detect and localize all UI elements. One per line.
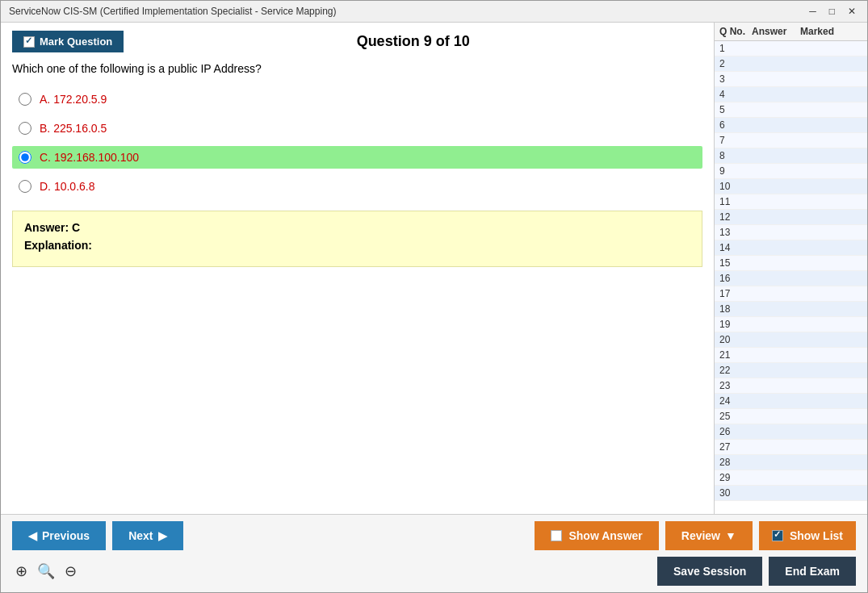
qlist-row[interactable]: 28 [715,455,867,470]
end-exam-button[interactable]: End Exam [769,557,856,586]
qlist-row[interactable]: 3 [715,72,867,87]
show-list-checkbox-icon [772,530,783,541]
show-answer-checkbox-icon [551,530,562,541]
qlist-marked [800,426,849,437]
qlist-qno: 28 [719,457,752,468]
qlist-row[interactable]: 25 [715,409,867,424]
zoom-out-button[interactable]: ⊖ [61,561,80,582]
qlist-qno: 14 [719,242,752,253]
qlist-row[interactable]: 4 [715,87,867,102]
qlist-marked [800,288,849,299]
qlist-row[interactable]: 8 [715,148,867,164]
options-list: A. 172.20.5.9 B. 225.16.0.5 C. 192.168.1… [12,88,702,198]
maximize-button[interactable]: □ [826,6,838,17]
qlist-qno: 27 [719,441,752,453]
qlist-row[interactable]: 15 [715,256,867,271]
qlist-answer [752,319,800,330]
qlist-row[interactable]: 14 [715,240,867,256]
qlist-row[interactable]: 11 [715,194,867,210]
qlist-qno: 10 [719,181,752,192]
qlist-answer [752,426,800,437]
qlist-row[interactable]: 18 [715,302,867,317]
mark-question-button[interactable]: Mark Question [12,31,124,52]
qlist-row[interactable]: 16 [715,271,867,286]
qlist-answer [752,43,800,54]
zoom-reset-button[interactable]: 🔍 [34,561,58,582]
qlist-qno: 29 [719,472,752,483]
close-button[interactable]: ✕ [845,6,859,17]
qlist-row[interactable]: 9 [715,164,867,179]
qlist-row[interactable]: 2 [715,56,867,72]
qlist-row[interactable]: 13 [715,225,867,240]
option-b-radio[interactable] [19,122,31,135]
option-d-radio[interactable] [19,180,31,193]
qlist-col-qno: Q No. [719,26,752,37]
qlist-marked [800,58,849,69]
qlist-answer [752,334,800,345]
qlist-row[interactable]: 30 [715,486,867,501]
qlist-row[interactable]: 24 [715,394,867,409]
qlist-qno: 5 [719,104,752,115]
qlist-answer [752,395,800,407]
qlist-qno: 26 [719,426,752,437]
qlist-row[interactable]: 21 [715,348,867,363]
qlist-answer [752,457,800,468]
qlist-row[interactable]: 17 [715,286,867,302]
qlist-marked [800,89,849,100]
review-button[interactable]: Review ▼ [665,521,753,550]
qlist-answer [752,89,800,100]
qlist-row[interactable]: 12 [715,210,867,225]
save-session-button[interactable]: Save Session [657,557,762,586]
qlist-qno: 8 [719,150,752,161]
qlist-qno: 2 [719,58,752,69]
qlist-answer [752,303,800,315]
show-list-button[interactable]: Show List [759,521,856,550]
zoom-in-button[interactable]: ⊕ [12,561,31,582]
qlist-answer [752,104,800,115]
qlist-scroll[interactable]: 1 2 3 4 5 6 7 8 [715,41,867,514]
qlist-answer [752,150,800,161]
qlist-row[interactable]: 29 [715,470,867,486]
question-text: Which one of the following is a public I… [12,62,702,75]
qlist-row[interactable]: 6 [715,118,867,133]
show-list-label: Show List [790,529,843,542]
qlist-row[interactable]: 19 [715,317,867,332]
qlist-row[interactable]: 7 [715,133,867,148]
next-button[interactable]: Next ▶ [112,521,182,550]
qlist-answer [752,227,800,238]
qlist-row[interactable]: 20 [715,332,867,348]
previous-button[interactable]: ◀ Previous [12,521,106,550]
qlist-qno: 15 [719,257,752,269]
qlist-qno: 6 [719,119,752,131]
qlist-row[interactable]: 26 [715,424,867,440]
show-answer-button[interactable]: Show Answer [535,521,658,550]
qlist-answer [752,135,800,146]
qlist-header: Q No. Answer Marked [715,23,867,41]
question-list-panel: Q No. Answer Marked 1 2 3 4 5 6 [714,23,867,514]
qlist-row[interactable]: 1 [715,41,867,56]
qlist-answer [752,119,800,131]
option-b-row: B. 225.16.0.5 [12,117,702,140]
window-controls: ─ □ ✕ [806,6,859,17]
qlist-marked [800,242,849,253]
qlist-qno: 18 [719,303,752,315]
qlist-qno: 3 [719,73,752,85]
previous-label: Previous [42,529,90,542]
next-label: Next [128,529,153,542]
option-a-row: A. 172.20.5.9 [12,88,702,111]
main-content: Mark Question Question 9 of 10 Which one… [1,23,867,514]
qlist-marked [800,211,849,223]
qlist-row[interactable]: 23 [715,378,867,394]
answer-text: Answer: C [24,221,690,234]
qlist-row[interactable]: 10 [715,179,867,194]
qlist-marked [800,319,849,330]
option-c-radio[interactable] [19,151,31,164]
qlist-marked [800,73,849,85]
qlist-row[interactable]: 27 [715,440,867,455]
qlist-marked [800,104,849,115]
qlist-qno: 19 [719,319,752,330]
qlist-row[interactable]: 22 [715,363,867,378]
option-a-radio[interactable] [19,93,31,106]
qlist-row[interactable]: 5 [715,102,867,118]
minimize-button[interactable]: ─ [806,6,820,17]
